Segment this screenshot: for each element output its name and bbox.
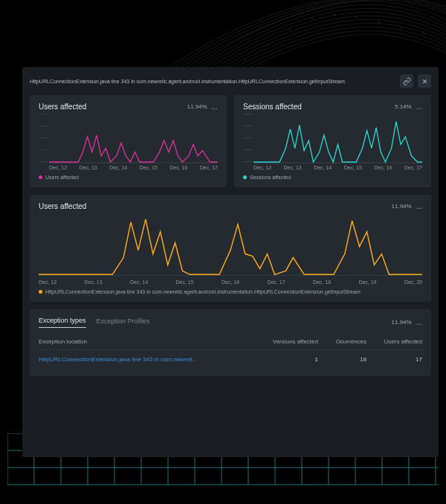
th-location: Exception location [39, 338, 255, 345]
sessions-chart [243, 114, 422, 162]
tabs: Exception types Exception Profiles 11.94… [39, 317, 422, 328]
xtick: Dec, 16 [374, 165, 392, 170]
xtick: Dec, 18 [313, 280, 331, 285]
xtick: Dec, 16 [222, 280, 239, 285]
xtick: Dec, 14 [130, 280, 148, 285]
link-icon [403, 77, 411, 85]
xtick: Dec, 12 [39, 280, 56, 285]
users-chart-svg [49, 114, 218, 164]
close-icon [421, 78, 428, 85]
card-percent: 11.94% [392, 203, 412, 210]
xtick: Dec, 14 [314, 165, 332, 170]
xtick: Dec, 13 [80, 165, 97, 170]
cell-users: 17 [366, 356, 422, 363]
svg-point-7 [356, 16, 358, 17]
chart-x-axis: Dec, 12 Dec, 13 Dec, 14 Dec, 15 Dec, 16 … [39, 280, 422, 285]
card-menu-button[interactable]: ... [416, 202, 422, 210]
cell-location: HttpURLConnectionExtension.java line 343… [39, 356, 255, 363]
big-chart-svg [39, 213, 422, 276]
legend-dot [243, 175, 247, 179]
card-percent: 5.14% [395, 103, 412, 110]
tab-percent: 11.94% [392, 319, 412, 326]
xtick: Dec, 19 [358, 280, 376, 285]
card-menu-button[interactable]: ... [212, 103, 218, 111]
card-menu-button[interactable]: ... [416, 103, 422, 111]
legend: Sessions affected [243, 175, 422, 180]
xtick: Dec, 15 [140, 165, 158, 170]
big-chart [39, 213, 422, 277]
xtick: Dec, 17 [267, 280, 285, 285]
dashboard-panel: HttpURLConnectionExtension.java line 343… [22, 67, 439, 457]
legend-label: Sessions affected [250, 175, 291, 180]
cell-occurrences: 18 [318, 356, 366, 363]
link-button[interactable] [400, 74, 413, 88]
xtick: Dec, 17 [200, 165, 218, 170]
chart-x-axis: Dec, 12 Dec, 13 Dec, 14 Dec, 15 Dec, 16 … [243, 165, 422, 170]
legend: HttpURLConnectionExtension.java line 343… [39, 289, 422, 294]
tab-exception-profiles[interactable]: Exception Profiles [97, 317, 150, 328]
xtick: Dec, 20 [404, 280, 422, 285]
card-title: Users affected [39, 103, 187, 111]
close-button[interactable] [418, 74, 431, 88]
sessions-chart-svg [253, 114, 422, 164]
table-row[interactable]: HttpURLConnectionExtension.java line 343… [39, 350, 422, 369]
xtick: Dec, 14 [109, 165, 127, 170]
svg-point-3 [267, 44, 268, 45]
cell-versions: 1 [255, 356, 318, 363]
xtick: Dec, 15 [344, 165, 362, 170]
users-affected-big-card: Users affected 11.94% ... Dec, 12 Dec, 1… [30, 195, 431, 302]
svg-point-6 [334, 14, 335, 16]
legend: Users affected [39, 175, 218, 180]
chart-x-axis: Dec, 12 Dec, 13 Dec, 14 Dec, 15 Dec, 16 … [39, 165, 218, 170]
svg-point-2 [245, 59, 246, 60]
xtick: Dec, 13 [84, 280, 102, 285]
th-versions: Versions affected [255, 338, 318, 345]
svg-point-4 [289, 29, 291, 30]
tab-menu-button[interactable]: ... [416, 318, 422, 326]
legend-label: Users affected [45, 175, 79, 180]
svg-point-9 [401, 28, 402, 29]
xtick: Dec, 13 [284, 165, 302, 170]
xtick: Dec, 15 [175, 280, 193, 285]
table-header-row: Exception location Versions affected Ocu… [39, 334, 422, 350]
svg-point-5 [311, 18, 313, 19]
svg-point-10 [423, 33, 424, 34]
header-title: HttpURLConnectionExtension.java line 343… [30, 79, 395, 84]
xtick: Dec, 12 [253, 165, 271, 170]
tab-exception-types[interactable]: Exception types [39, 317, 86, 328]
svg-point-8 [378, 22, 380, 23]
users-chart [39, 114, 218, 162]
card-title: Users affected [39, 202, 392, 210]
users-affected-card: Users affected 11.94% ... Dec, 12 Dec, 1… [30, 95, 227, 187]
legend-label: HttpURLConnectionExtension.java line 343… [45, 289, 361, 294]
th-users: Users affected [366, 338, 422, 345]
card-percent: 11.94% [187, 103, 207, 110]
legend-dot [39, 290, 42, 294]
xtick: Dec, 17 [404, 165, 422, 170]
xtick: Dec, 12 [49, 165, 67, 170]
xtick: Dec, 16 [169, 165, 187, 170]
th-occurrences: Ocurrences [318, 338, 366, 345]
legend-dot [39, 175, 42, 179]
card-title: Sessions affected [243, 103, 395, 111]
sessions-affected-card: Sessions affected 5.14% ... Dec, 12 Dec,… [234, 95, 431, 187]
exceptions-table-card: Exception types Exception Profiles 11.94… [30, 309, 431, 376]
header: HttpURLConnectionExtension.java line 343… [30, 74, 431, 88]
